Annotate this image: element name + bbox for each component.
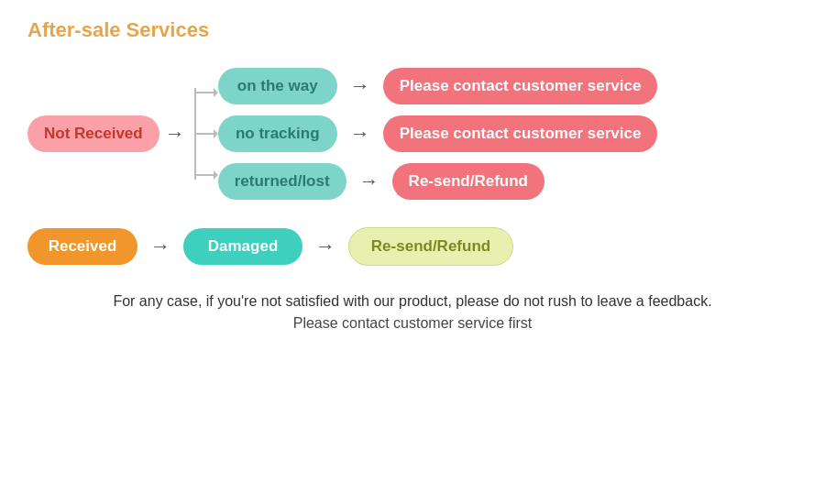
- not-received-section: Not Received → on the way → Please conta…: [28, 68, 798, 200]
- arrow-row2: →: [350, 122, 370, 146]
- footer-line1: For any case, if you're not satisfied wi…: [28, 293, 798, 310]
- sub-row-1: on the way → Please contact customer ser…: [218, 68, 658, 104]
- page-title: After-sale Services: [28, 18, 798, 42]
- arrow-row1: →: [350, 74, 370, 98]
- contact-service-node-2: Please contact customer service: [383, 115, 658, 152]
- on-the-way-node: on the way: [218, 68, 337, 104]
- page: After-sale Services Not Received → on th…: [0, 0, 825, 504]
- resend-refund-node-2: Re-send/Refund: [348, 227, 513, 266]
- sub-row-3: returned/lost → Re-send/Refund: [218, 163, 658, 200]
- arrow-not-received: →: [165, 122, 185, 146]
- not-received-node: Not Received: [28, 115, 160, 152]
- arrow-damaged: →: [315, 235, 336, 258]
- arrow-row3: →: [359, 170, 380, 193]
- contact-service-node-1: Please contact customer service: [383, 68, 658, 104]
- arrow-received: →: [150, 235, 170, 258]
- footer-line2: Please contact customer service first: [28, 315, 798, 332]
- damaged-node: Damaged: [183, 228, 302, 265]
- resend-refund-node-1: Re-send/Refund: [392, 163, 544, 200]
- no-tracking-node: no tracking: [218, 115, 337, 152]
- sub-row-2: no tracking → Please contact customer se…: [218, 115, 658, 152]
- branch-svg: [191, 74, 218, 193]
- received-node: Received: [28, 228, 138, 265]
- returned-lost-node: returned/lost: [218, 163, 346, 200]
- received-section: Received → Damaged → Re-send/Refund: [28, 227, 798, 266]
- sub-rows: on the way → Please contact customer ser…: [218, 68, 658, 200]
- footer-section: For any case, if you're not satisfied wi…: [28, 293, 798, 332]
